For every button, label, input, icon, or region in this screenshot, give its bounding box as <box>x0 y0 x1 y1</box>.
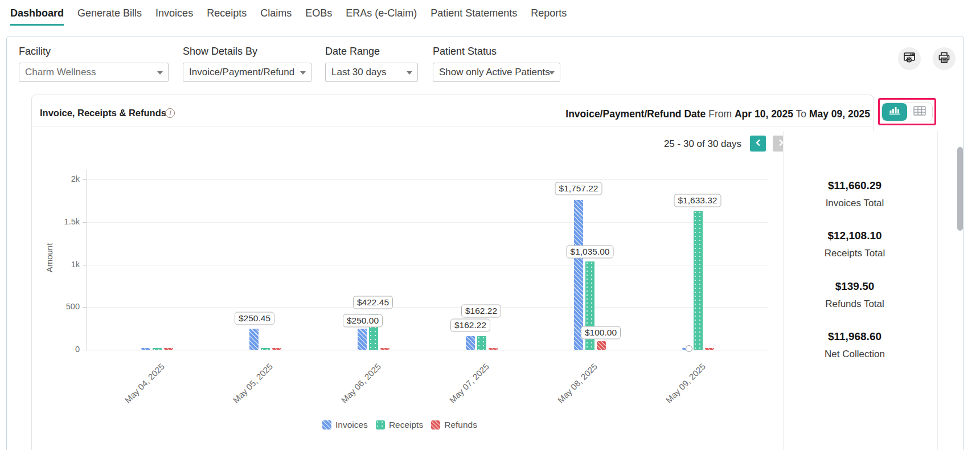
y-axis-tick: 1k <box>47 260 80 269</box>
bar-value-label: $100.00 <box>581 326 621 339</box>
bar-refunds-5 <box>705 348 714 350</box>
x-axis-label: May 04, 2025 <box>107 361 166 420</box>
refunds-total: $139.50 Refunds Total <box>783 280 938 310</box>
x-axis-label: May 08, 2025 <box>540 361 599 420</box>
to-date: May 09, 2025 <box>809 108 870 120</box>
receipts-total-label: Receipts Total <box>783 248 926 259</box>
chevron-down-icon <box>157 71 163 75</box>
refunds-total-value: $139.50 <box>783 280 926 293</box>
chart-date-range: Invoice/Payment/Refund Date From Apr 10,… <box>565 108 870 120</box>
bar-invoices-2 <box>358 329 367 350</box>
x-axis-label: May 09, 2025 <box>648 361 707 420</box>
y-axis-tick-mark <box>83 222 87 223</box>
y-axis-title: Amount <box>44 241 54 275</box>
y-axis-tick: 1.5k <box>47 217 80 226</box>
bar-invoices-0 <box>141 348 150 350</box>
gridline <box>87 179 768 180</box>
y-axis-tick: 2k <box>47 174 80 183</box>
bar-receipts-0 <box>153 348 162 350</box>
pagination-range: 25 - 30 of 30 days <box>626 138 741 150</box>
net-collection-label: Net Collection <box>783 349 926 360</box>
bar-refunds-0 <box>164 348 173 350</box>
y-axis-line <box>87 170 87 350</box>
from-word: From <box>708 108 732 120</box>
view-toggle <box>881 103 933 121</box>
x-axis-line <box>87 350 768 350</box>
receipts-swatch-icon <box>376 420 385 429</box>
show-details-by-select[interactable]: Invoice/Payment/Refund <box>183 63 311 82</box>
chevron-down-icon <box>549 71 555 75</box>
legend-item-refunds[interactable]: Refunds <box>431 420 477 430</box>
bar-value-label: $422.45 <box>353 296 393 309</box>
bar-receipts-1 <box>261 348 270 350</box>
gridline <box>87 222 768 223</box>
patient-status-value: Show only Active Patients <box>439 67 550 77</box>
x-axis-label: May 05, 2025 <box>215 361 274 420</box>
facility-value: Charm Wellness <box>25 67 96 77</box>
refunds-swatch-icon <box>431 420 440 429</box>
table-icon <box>913 106 926 118</box>
receipts-total-value: $12,108.10 <box>783 230 926 242</box>
x-axis-label: May 07, 2025 <box>432 361 491 420</box>
gridline <box>87 265 768 265</box>
y-axis-tick-mark <box>83 307 87 308</box>
print-button[interactable] <box>933 47 956 70</box>
x-axis-label: May 06, 2025 <box>323 361 383 420</box>
bar-value-label: $1,035.00 <box>567 246 614 259</box>
bar-value-label: $1,757.22 <box>555 182 602 195</box>
billing-dashboard: Dashboard Generate Bills Invoices Receip… <box>0 0 980 450</box>
dashboard-settings-button[interactable] <box>898 47 921 70</box>
chart-view-button[interactable] <box>882 103 907 121</box>
bar-invoices-3 <box>466 336 475 350</box>
from-date: Apr 10, 2025 <box>735 108 793 120</box>
net-collection-value: $11,968.60 <box>783 330 926 343</box>
bar-value-label: $250.00 <box>343 314 383 328</box>
facility-select[interactable]: Charm Wellness <box>19 63 169 82</box>
invoices-total: $11,660.29 Invoices Total <box>783 179 938 209</box>
dashboard-settings-icon <box>902 50 917 67</box>
chevron-down-icon <box>300 71 306 75</box>
receipts-total: $12,108.10 Receipts Total <box>783 230 938 259</box>
invoices-total-value: $11,660.29 <box>783 179 926 192</box>
to-word: To <box>796 108 806 120</box>
bar-chart-icon <box>888 106 901 117</box>
bar-invoices-1 <box>249 329 259 350</box>
show-details-by-value: Invoice/Payment/Refund <box>189 67 294 77</box>
legend-item-receipts[interactable]: Receipts <box>376 420 423 430</box>
pagination-prev-button[interactable] <box>750 136 766 152</box>
bar-receipts-5 <box>694 211 703 350</box>
chart-title: Invoice, Receipts & Refunds <box>40 108 166 118</box>
zero-value-marker <box>686 345 692 352</box>
vertical-scrollbar-thumb[interactable] <box>957 147 963 231</box>
legend-item-invoices[interactable]: Invoices <box>322 420 368 430</box>
gridline <box>87 307 768 308</box>
table-view-button[interactable] <box>907 103 932 121</box>
legend-label: Refunds <box>444 420 477 430</box>
date-range-select[interactable]: Last 30 days <box>325 63 418 82</box>
chevron-left-icon <box>756 138 761 149</box>
bar-refunds-3 <box>489 348 498 350</box>
highlight-box <box>878 98 936 125</box>
bar-value-label: $1,633.32 <box>674 194 721 207</box>
refunds-total-label: Refunds Total <box>783 298 926 310</box>
date-range-label-text: Invoice/Payment/Refund Date <box>565 108 706 120</box>
bar-value-label: $162.22 <box>450 319 490 332</box>
date-range-value: Last 30 days <box>331 67 386 77</box>
chevron-down-icon <box>407 71 412 75</box>
y-axis-tick-mark <box>83 179 87 180</box>
bar-refunds-1 <box>272 348 281 350</box>
bar-refunds-2 <box>380 348 389 350</box>
bar-value-label: $162.22 <box>461 305 501 318</box>
chart-legend: Invoices Receipts Refunds <box>322 420 477 430</box>
patient-status-select[interactable]: Show only Active Patients <box>433 63 560 82</box>
y-axis-tick: 0 <box>47 345 80 354</box>
legend-label: Receipts <box>389 420 423 430</box>
bar-refunds-4 <box>597 341 606 350</box>
info-icon[interactable]: i <box>165 108 175 118</box>
bar-value-label: $250.45 <box>235 312 274 325</box>
net-collection-total: $11,968.60 Net Collection <box>783 330 938 360</box>
invoices-swatch-icon <box>322 420 331 429</box>
printer-icon <box>937 50 952 67</box>
y-axis-tick-mark <box>83 265 87 265</box>
y-axis-tick-mark <box>83 350 87 350</box>
